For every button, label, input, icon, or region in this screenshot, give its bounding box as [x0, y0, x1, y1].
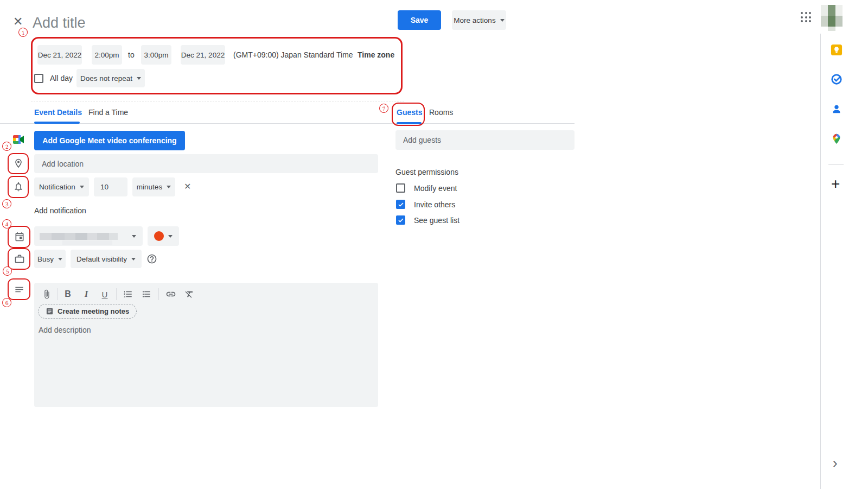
- tab-rooms[interactable]: Rooms: [429, 108, 453, 117]
- notification-type-label: Notification: [39, 183, 75, 191]
- invite-others-checkbox[interactable]: [396, 200, 405, 209]
- meeting-notes-doc-icon: [46, 307, 54, 315]
- annotation-5: 5: [2, 266, 12, 276]
- calendar-select-dropdown[interactable]: [34, 226, 143, 246]
- remove-notification-icon[interactable]: ✕: [184, 181, 191, 192]
- see-guest-list-checkbox[interactable]: [396, 215, 405, 225]
- end-time-button[interactable]: 3:00pm: [141, 45, 171, 65]
- save-button[interactable]: Save: [398, 10, 441, 30]
- annotation-box-calendar-icon: [8, 226, 30, 248]
- visibility-dropdown[interactable]: Default visibility: [71, 250, 142, 268]
- notification-unit-label: minutes: [137, 183, 162, 191]
- annotation-6: 6: [2, 297, 12, 308]
- more-actions-button[interactable]: More actions: [452, 10, 506, 30]
- underline-icon[interactable]: U: [98, 287, 112, 302]
- timezone-label: (GMT+09:00) Japan Standard Time: [233, 50, 353, 59]
- attach-file-icon[interactable]: [40, 287, 54, 302]
- bullet-list-icon[interactable]: [139, 287, 154, 302]
- annotation-2: 2: [2, 141, 12, 151]
- calendar-name-redacted-line2: [62, 240, 112, 245]
- notification-type-dropdown[interactable]: Notification: [34, 177, 89, 196]
- chevron-down-icon: [132, 235, 136, 238]
- get-addons-plus-icon[interactable]: +: [831, 176, 840, 192]
- italic-icon[interactable]: I: [79, 287, 93, 302]
- annotation-1: 1: [18, 27, 28, 37]
- annotation-7: 7: [379, 103, 389, 113]
- chevron-down-icon: [131, 258, 136, 261]
- insert-link-icon[interactable]: [164, 287, 178, 302]
- avatar[interactable]: [821, 5, 843, 31]
- help-icon[interactable]: [146, 253, 157, 264]
- close-icon[interactable]: ✕: [13, 15, 23, 29]
- numbered-list-icon[interactable]: [121, 287, 135, 302]
- formatting-toolbar: B I U: [34, 283, 378, 306]
- location-input[interactable]: [34, 154, 378, 173]
- invite-others-label: Invite others: [414, 200, 455, 209]
- side-panel-divider: [820, 34, 821, 489]
- google-contacts-icon[interactable]: [830, 103, 843, 116]
- side-panel-icon-divider: [828, 164, 844, 165]
- timezone-link[interactable]: Time zone: [358, 50, 394, 59]
- notification-value-input[interactable]: 10: [94, 177, 127, 196]
- end-date-button[interactable]: Dec 21, 2022: [181, 45, 225, 65]
- busy-dropdown[interactable]: Busy: [34, 250, 66, 268]
- section-divider: [31, 101, 404, 101]
- chevron-down-icon: [58, 258, 62, 261]
- add-guests-input[interactable]: [395, 130, 575, 150]
- add-meet-button[interactable]: Add Google Meet video conferencing: [34, 131, 185, 150]
- modify-event-checkbox[interactable]: [396, 183, 405, 193]
- toolbar-divider: [158, 288, 159, 300]
- notification-unit-dropdown[interactable]: minutes: [132, 177, 175, 196]
- google-apps-grid-icon[interactable]: [801, 12, 811, 22]
- chevron-down-icon: [80, 186, 84, 188]
- collapse-panel-chevron-icon[interactable]: ›: [833, 456, 838, 470]
- tabbar-divider: [0, 123, 575, 124]
- recurrence-label: Does not repeat: [80, 74, 132, 82]
- clear-formatting-icon[interactable]: [182, 287, 196, 302]
- title-input[interactable]: [33, 11, 260, 35]
- annotation-box-description-icon: [8, 278, 30, 300]
- start-date-label: Dec 21, 2022: [38, 51, 81, 59]
- annotation-box-location-icon: [8, 153, 29, 174]
- modify-event-label: Modify event: [414, 184, 457, 193]
- google-keep-icon[interactable]: [830, 43, 843, 56]
- google-meet-icon: [13, 135, 24, 144]
- annotation-3: 3: [2, 199, 12, 209]
- all-day-label: All day: [50, 74, 73, 82]
- create-meeting-notes-button[interactable]: Create meeting notes: [38, 304, 137, 319]
- briefcase-icon: [14, 253, 25, 264]
- calendar-name-redacted: [40, 233, 118, 240]
- location-pin-icon: [13, 158, 24, 169]
- description-placeholder[interactable]: Add description: [39, 326, 91, 334]
- start-time-label: 2:00pm: [94, 51, 119, 59]
- all-day-checkbox[interactable]: [34, 74, 43, 83]
- google-tasks-icon[interactable]: [830, 73, 843, 86]
- annotation-box-notification-icon: [8, 176, 29, 198]
- chevron-down-icon: [500, 19, 505, 22]
- tab-find-a-time[interactable]: Find a Time: [88, 108, 128, 117]
- guest-permissions-title: Guest permissions: [395, 168, 458, 176]
- create-meeting-notes-label: Create meeting notes: [58, 307, 129, 315]
- start-date-button[interactable]: Dec 21, 2022: [37, 45, 82, 65]
- tab-event-details[interactable]: Event Details: [34, 108, 82, 117]
- recurrence-dropdown[interactable]: Does not repeat: [76, 69, 145, 87]
- description-panel: B I U Create meeting notes: [34, 283, 378, 407]
- add-notification-link[interactable]: Add notification: [34, 206, 86, 215]
- chevron-down-icon: [137, 77, 141, 80]
- event-color-swatch: [154, 231, 164, 241]
- event-color-dropdown[interactable]: [148, 226, 179, 246]
- notification-value: 10: [100, 183, 108, 191]
- annotation-box-busy-icon: [8, 248, 30, 270]
- see-guest-list-label: See guest list: [414, 216, 459, 225]
- description-lines-icon: [14, 284, 24, 295]
- more-actions-label: More actions: [454, 16, 495, 24]
- google-maps-icon[interactable]: [830, 132, 843, 145]
- toolbar-divider: [57, 288, 58, 300]
- bell-icon: [13, 181, 24, 192]
- calendar-icon: [14, 231, 25, 242]
- chevron-down-icon: [167, 186, 171, 188]
- start-time-button[interactable]: 2:00pm: [92, 45, 122, 65]
- bold-icon[interactable]: B: [61, 287, 75, 302]
- event-editor-page: ✕ input[data-name="title-input"]::placeh…: [0, 0, 868, 489]
- end-time-label: 3:00pm: [144, 51, 168, 59]
